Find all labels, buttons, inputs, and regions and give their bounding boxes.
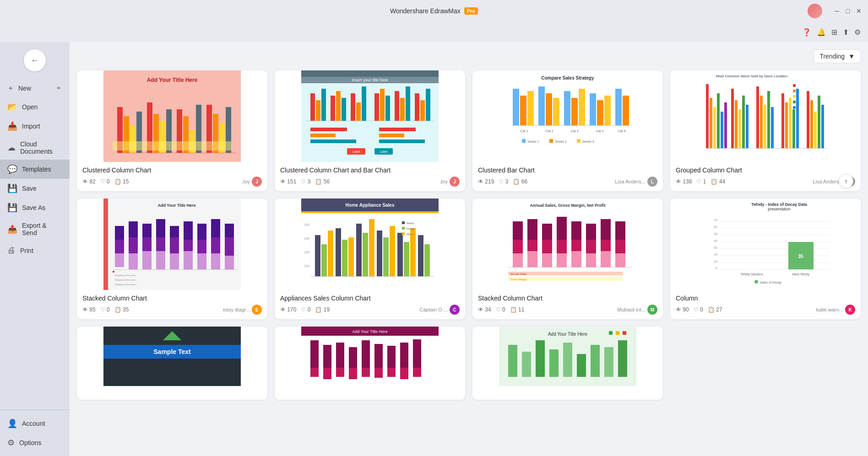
svg-rect-185: [513, 221, 523, 240]
svg-rect-277: [623, 331, 626, 335]
svg-rect-86: [717, 93, 720, 148]
template-title: Clustered Column Chart and Bar Chart: [280, 166, 460, 174]
svg-rect-18: [117, 153, 236, 153]
sidebar-item-cloud[interactable]: ☁ Cloud Documents: [0, 136, 70, 160]
sidebar-item-export[interactable]: 📤 Export & Send: [0, 217, 70, 241]
sidebar-item-save[interactable]: 💾 Save: [0, 179, 70, 198]
share-button[interactable]: ⬆: [843, 28, 849, 37]
svg-text:Washi...: Washi...: [407, 222, 417, 225]
views-stat: 👁 90: [676, 306, 689, 313]
svg-rect-123: [129, 253, 138, 269]
template-card[interactable]: Add Your Title Here: [472, 327, 663, 400]
svg-rect-105: [810, 100, 813, 148]
sidebar-item-options[interactable]: ⚙ Options: [0, 433, 70, 452]
likes-stat: ♡ 3: [499, 178, 508, 185]
template-meta: 👁 219 ♡ 3 📋 66 Lisa Anders... L: [478, 177, 657, 187]
sidebar-item-saveas[interactable]: 💾 Save As: [0, 198, 70, 217]
svg-rect-37: [400, 98, 405, 121]
svg-rect-131: [170, 237, 179, 253]
copies-stat: 📋 15: [114, 178, 129, 185]
title-bar: Wondershare EdrawMax Pro ─ □ ✕: [0, 0, 868, 22]
svg-text:250: 250: [304, 223, 309, 226]
svg-rect-67: [615, 89, 622, 125]
author-name: Mubasil int...: [617, 307, 646, 312]
notification-button[interactable]: 🔔: [817, 28, 826, 37]
template-meta: 👁 151 ♡ 3 📋 56 Joy J: [280, 177, 460, 187]
svg-rect-58: [538, 86, 545, 125]
back-button[interactable]: ←: [24, 49, 46, 71]
save-icon: 💾: [7, 183, 17, 193]
svg-rect-87: [721, 112, 723, 148]
template-title: Column: [676, 295, 855, 302]
sidebar-item-templates[interactable]: 💬 Templates: [0, 160, 70, 179]
template-thumbnail: Insert your title here: [275, 70, 465, 162]
template-meta: 👁 90 ♡ 0 📋 27 katie.warn... K: [676, 305, 855, 315]
template-card[interactable]: Annual Sales, Gross Margin, Net Profit: [472, 198, 663, 319]
svg-text:Replace this text...: Replace this text...: [115, 274, 138, 277]
template-card[interactable]: Add Your Title Here: [275, 327, 465, 400]
svg-rect-255: [362, 368, 370, 377]
template-card[interactable]: Tehidy - Index of Decay Data presentatio…: [670, 198, 861, 319]
close-button[interactable]: ✕: [855, 7, 863, 15]
svg-rect-170: [390, 226, 395, 276]
svg-rect-56: [520, 96, 526, 125]
sidebar-export-label: Export & Send: [22, 222, 62, 236]
template-author: Captain O ... C: [419, 305, 460, 315]
template-card[interactable]: Add Your Title Here: [77, 198, 267, 319]
sidebar-item-new[interactable]: ＋ New ＋: [0, 79, 70, 97]
template-author: Joy J: [440, 177, 460, 187]
svg-rect-45: [310, 139, 356, 143]
svg-rect-100: [785, 102, 788, 148]
template-card[interactable]: Home Appliance Sales 250 200 150 100: [275, 198, 465, 319]
likes-stat: ♡ 0: [496, 306, 505, 313]
grid-button[interactable]: ⊞: [831, 28, 837, 37]
svg-text:Replace this text...: Replace this text...: [115, 283, 138, 286]
scroll-up-button[interactable]: ↑: [839, 174, 853, 188]
svg-rect-275: [609, 331, 613, 335]
sidebar-item-open[interactable]: 📂 Open: [0, 97, 70, 117]
sidebar-item-account[interactable]: 👤 Account: [0, 414, 70, 433]
views-stat: 👁 138: [676, 178, 692, 185]
svg-text:Series 1: Series 1: [527, 140, 539, 143]
help-button[interactable]: ❓: [802, 28, 811, 37]
template-info: Stacked Column Chart 👁 85 ♡ 0 📋 35 easy …: [77, 290, 267, 319]
svg-rect-161: [328, 231, 333, 276]
svg-rect-248: [323, 345, 331, 368]
svg-rect-84: [710, 98, 712, 148]
template-card[interactable]: Insert your title here: [275, 70, 465, 191]
views-stat: 👁 219: [478, 178, 494, 185]
svg-text:West Tehidy: West Tehidy: [792, 273, 809, 276]
template-card[interactable]: Compare Sales Strategy: [472, 70, 663, 191]
settings-button[interactable]: ⚙: [854, 28, 861, 37]
svg-rect-140: [211, 237, 220, 253]
user-avatar-button[interactable]: [808, 4, 822, 18]
svg-text:Label: Label: [352, 150, 360, 153]
svg-rect-172: [404, 242, 409, 276]
views-stat: 👁 170: [280, 306, 296, 313]
svg-text:35: 35: [798, 254, 803, 259]
svg-rect-256: [374, 344, 383, 368]
svg-rect-179: [402, 227, 405, 230]
svg-rect-168: [377, 231, 382, 276]
template-card[interactable]: Most Common Items Sold by Store Location: [670, 70, 861, 191]
restore-button[interactable]: □: [844, 7, 852, 15]
svg-rect-247: [310, 368, 319, 377]
pro-badge: Pro: [464, 7, 478, 15]
svg-rect-101: [789, 98, 792, 148]
minimize-button[interactable]: ─: [833, 7, 841, 15]
svg-text:Tehidy Gardens: Tehidy Gardens: [740, 273, 763, 276]
sidebar-item-print[interactable]: 🖨 Print: [0, 241, 70, 260]
trending-dropdown[interactable]: Trending ▼: [814, 49, 861, 63]
svg-rect-160: [321, 244, 327, 276]
template-author: easy diagr... E: [223, 305, 262, 315]
svg-rect-69: [513, 125, 632, 126]
svg-rect-192: [542, 240, 552, 253]
svg-text:Add Your Title Here: Add Your Title Here: [548, 332, 588, 337]
copies-stat: 📋 11: [510, 306, 525, 313]
svg-rect-88: [724, 102, 727, 148]
svg-text:Most Common Items Sold by Stor: Most Common Items Sold by Store Location: [716, 74, 788, 78]
sidebar-item-import[interactable]: 📥 Import: [0, 117, 70, 136]
template-card[interactable]: Add Your Title Here: [77, 70, 267, 191]
svg-rect-98: [771, 107, 774, 148]
template-card[interactable]: Sample Text: [77, 327, 267, 400]
